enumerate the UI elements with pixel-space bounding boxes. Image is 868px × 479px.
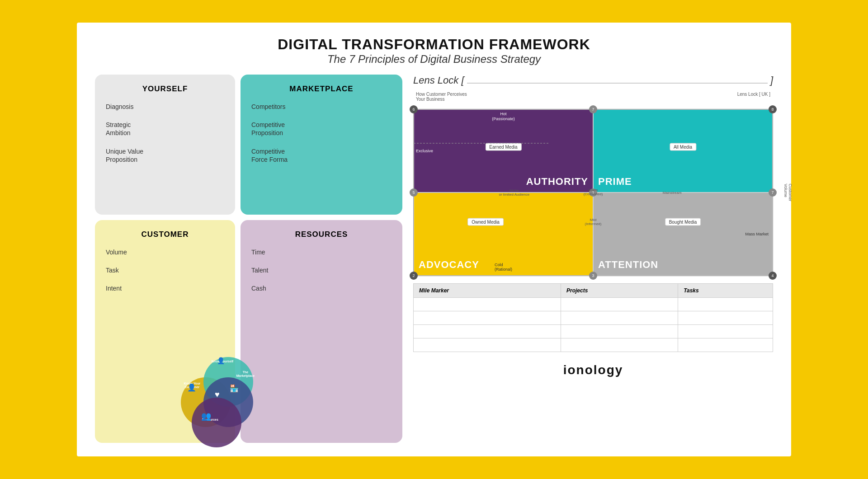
- matrix-sub-labels: How Customer PerceivesYour Business Lens…: [413, 92, 773, 102]
- lens-lock-title: Lens Lock [: [413, 75, 464, 86]
- lens-lock-uk: Lens Lock [ UK ]: [737, 92, 770, 102]
- mile-marker-table: Mile Marker Projects Tasks: [413, 283, 773, 352]
- how-customer-perceives: How Customer PerceivesYour Business: [416, 92, 467, 102]
- advocacy-label: ADVOCACY: [419, 259, 479, 271]
- col-projects: Projects: [561, 284, 678, 298]
- table-row: [414, 311, 773, 325]
- mid-center: 1: [589, 188, 597, 197]
- bottom-row: CUSTOMER Volume Task Intent Know Yoursel…: [95, 220, 402, 443]
- table-row: [414, 298, 773, 311]
- cell-attention: Bought Media ATTENTION Mass Market: [593, 193, 773, 276]
- marketplace-item-3: CompetitiveForce Forma: [251, 147, 392, 164]
- venn-center-icon: ♥: [215, 390, 220, 399]
- hot-label: Hot(Passionate): [492, 112, 515, 122]
- earned-media-badge: Earned Media: [485, 143, 521, 150]
- venn-person-icon-2: 👤: [217, 357, 225, 364]
- cell-authority: Hot(Passionate) Exclusive Earned Media A…: [414, 109, 593, 193]
- matrix-outer: Hot(Passionate) Exclusive Earned Media A…: [413, 109, 773, 276]
- ionology-logo: ionology: [413, 363, 773, 377]
- resources-item-2: Talent: [251, 266, 392, 274]
- venn-label-marketplace: TheMarketplace: [230, 371, 261, 378]
- attention-label: ATTENTION: [598, 259, 658, 271]
- page-subtitle: The 7 Principles of Digital Business Str…: [95, 53, 773, 66]
- all-media-badge: All Media: [670, 143, 696, 150]
- customer-item-3: Intent: [106, 284, 224, 292]
- mass-market-label: Mass Market: [745, 232, 769, 236]
- resources-item-3: Cash: [251, 284, 392, 292]
- table-row: [414, 338, 773, 352]
- top-row: YOURSELF Diagnosis StrategicAmbition Uni…: [95, 75, 402, 215]
- left-panel: YOURSELF Diagnosis StrategicAmbition Uni…: [95, 75, 402, 443]
- lens-lock-line: [467, 83, 768, 84]
- corner-4: 4: [769, 272, 777, 280]
- right-panel: Lens Lock [ ] How Customer PerceivesYour…: [413, 75, 773, 443]
- venn-circle-resources: [192, 398, 241, 447]
- lens-lock-header: Lens Lock [ ]: [413, 75, 773, 86]
- content-area: YOURSELF Diagnosis StrategicAmbition Uni…: [95, 75, 773, 443]
- cell-prime: All Media PRIME: [593, 109, 773, 193]
- mid-top: 7: [589, 105, 597, 113]
- lens-lock-close: ]: [770, 75, 773, 86]
- venn-group-icon: 👥: [201, 411, 211, 421]
- owned-media-badge: Owned Media: [467, 218, 504, 225]
- customer-volume-label: CustomerVolume: [783, 183, 792, 201]
- exclusive-label: Exclusive: [416, 149, 433, 153]
- col-tasks: Tasks: [678, 284, 773, 298]
- prime-label: PRIME: [598, 176, 632, 188]
- venn-person-icon-1: 👤: [187, 383, 196, 392]
- yourself-quadrant: YOURSELF Diagnosis StrategicAmbition Uni…: [95, 75, 235, 215]
- corner-8: 8: [769, 105, 777, 113]
- mid-left: 5: [410, 188, 418, 197]
- customer-quadrant: CUSTOMER Volume Task Intent Know Yoursel…: [95, 220, 235, 443]
- customer-item-1: Volume: [106, 248, 224, 256]
- page-title: DIGITAL TRANSFORMATION FRAMEWORK: [95, 36, 773, 53]
- marketplace-item-2: CompetitiveProposition: [251, 121, 392, 137]
- authority-label: AUTHORITY: [526, 176, 588, 188]
- marketplace-quadrant: MARKETPLACE Competitors CompetitivePropo…: [241, 75, 402, 215]
- resources-item-1: Time: [251, 248, 392, 256]
- bought-media-badge: Bought Media: [665, 218, 701, 225]
- main-container: DIGITAL TRANSFORMATION FRAMEWORK The 7 P…: [77, 23, 791, 456]
- cell-advocacy: Owned Media ADVOCACY Cold(Rational): [414, 193, 593, 276]
- yourself-item-2: StrategicAmbition: [106, 121, 224, 137]
- header: DIGITAL TRANSFORMATION FRAMEWORK The 7 P…: [95, 36, 773, 66]
- mid-bottom: 3: [589, 272, 597, 280]
- corner-6: 6: [410, 105, 418, 113]
- yourself-item-1: Diagnosis: [106, 103, 224, 111]
- corner-2: 2: [410, 272, 418, 280]
- cold-label: Cold(Rational): [495, 263, 512, 272]
- resources-title: RESOURCES: [251, 230, 392, 239]
- yourself-item-3: Unique ValueProposition: [106, 147, 224, 164]
- venn-shop-icon: 🏪: [230, 384, 239, 393]
- col-mile-marker: Mile Marker: [414, 284, 561, 298]
- venn-diagram: Know Yourself TheMarketplace Know YourCu…: [172, 352, 271, 452]
- marketplace-title: MARKETPLACE: [251, 85, 392, 94]
- logo-text: ionology: [563, 363, 623, 377]
- table-row: [414, 325, 773, 338]
- yourself-title: YOURSELF: [106, 85, 224, 94]
- customer-title: CUSTOMER: [106, 230, 224, 239]
- customer-item-2: Task: [106, 266, 224, 274]
- matrix-grid: Hot(Passionate) Exclusive Earned Media A…: [413, 109, 773, 276]
- marketplace-item-1: Competitors: [251, 103, 392, 111]
- mid-right: 7: [769, 188, 777, 197]
